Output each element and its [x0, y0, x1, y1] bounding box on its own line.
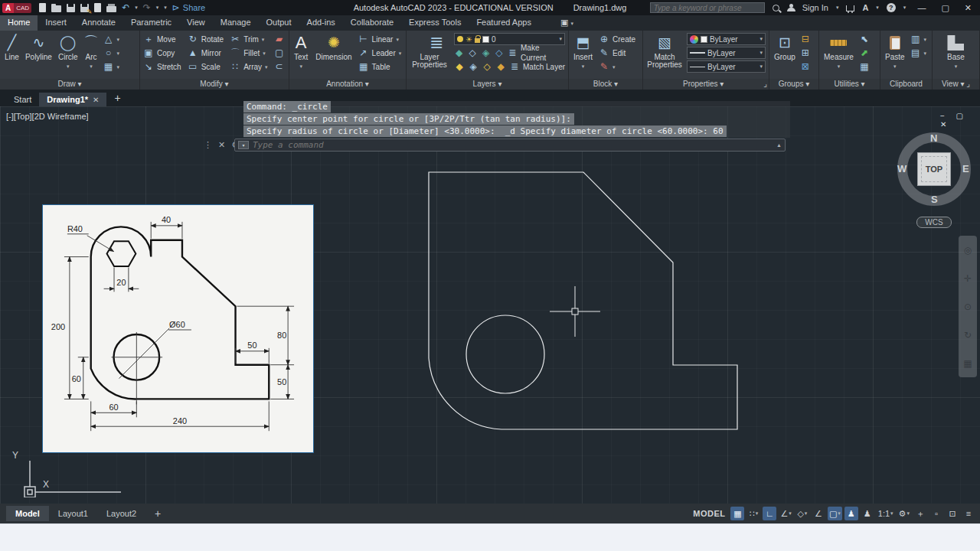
- restore-button[interactable]: ▢: [937, 3, 952, 13]
- edit-block-button[interactable]: ✎Edit: [599, 47, 635, 59]
- layers-panel-label[interactable]: Layers ▾: [407, 79, 568, 90]
- array-button[interactable]: ∷Array▾: [230, 60, 267, 73]
- annotation-visibility-icon[interactable]: ♟: [844, 507, 858, 520]
- fillet-button[interactable]: ⌒Fillet▾: [230, 47, 267, 59]
- block-attributes-button[interactable]: ✎▾: [599, 60, 635, 73]
- ortho-mode-icon[interactable]: ∟: [763, 507, 776, 520]
- linetype-select[interactable]: ByLayer▾: [687, 60, 766, 73]
- navigation-bar[interactable]: ◎ ✛ ⊙ ↻ ▦: [959, 236, 977, 377]
- command-input[interactable]: [253, 140, 773, 150]
- annotation-scale-button[interactable]: 1:1▾: [877, 507, 895, 520]
- make-current-row[interactable]: ◆ ◇ ◈ ◇ ≣ Make Current: [454, 47, 565, 59]
- showmotion-icon[interactable]: ▦: [963, 358, 972, 369]
- autodesk-a-icon[interactable]: A: [862, 3, 868, 12]
- text-button[interactable]: AText▾: [292, 33, 309, 71]
- tab-insert[interactable]: Insert: [38, 15, 74, 31]
- explode-button[interactable]: ▢: [274, 47, 285, 59]
- object-snap-tracking-icon[interactable]: ∠: [812, 507, 825, 520]
- quick-select-button[interactable]: ⬉: [859, 33, 870, 45]
- search-icon[interactable]: [773, 5, 779, 11]
- mirror-button[interactable]: ▲Mirror: [188, 47, 224, 59]
- print-icon[interactable]: [106, 6, 116, 12]
- pan-icon[interactable]: ✛: [964, 273, 972, 284]
- orbit-icon[interactable]: ↻: [964, 330, 972, 341]
- quick-calc-button[interactable]: ⬈: [859, 47, 870, 59]
- table-button[interactable]: ▦Table: [358, 60, 402, 73]
- tab-home[interactable]: Home: [0, 15, 38, 31]
- isolate-objects-icon[interactable]: ▫: [929, 507, 943, 520]
- panel-launcher-icon[interactable]: ⌟: [763, 79, 767, 89]
- match-properties-button[interactable]: ▧ Match Properties: [646, 33, 683, 70]
- help-search-input[interactable]: [650, 2, 765, 13]
- groups-panel-label[interactable]: Groups ▾: [769, 79, 818, 90]
- viewcube-west[interactable]: W: [897, 163, 906, 174]
- draw-panel-label[interactable]: Draw ▾: [0, 79, 139, 90]
- tab-parametric[interactable]: Parametric: [123, 15, 179, 31]
- command-grip-icon[interactable]: ⋮: [204, 140, 212, 150]
- modify-panel-label[interactable]: Modify ▾: [140, 79, 289, 90]
- polygon-button[interactable]: △▾: [103, 33, 120, 45]
- viewcube-south[interactable]: S: [931, 194, 938, 205]
- redo-icon[interactable]: ↷: [143, 3, 151, 12]
- help-dropdown[interactable]: ▾: [903, 5, 906, 11]
- app-store-cart-icon[interactable]: [846, 5, 854, 11]
- create-block-button[interactable]: ⊕Create: [599, 33, 635, 45]
- offset-button[interactable]: ⊂: [274, 60, 285, 73]
- layer-properties-button[interactable]: Layer Properties: [410, 33, 449, 70]
- tab-express-tools[interactable]: Express Tools: [401, 15, 469, 31]
- ellipse-button[interactable]: ○▾: [103, 47, 120, 59]
- autodesk-dropdown[interactable]: ▾: [876, 5, 879, 11]
- dimension-button[interactable]: ✺Dimension: [314, 33, 353, 62]
- help-icon[interactable]: ?: [887, 3, 896, 12]
- sign-in-dropdown[interactable]: ▾: [836, 5, 839, 11]
- new-file-icon[interactable]: [39, 3, 46, 12]
- tab-manage[interactable]: Manage: [213, 15, 259, 31]
- minimize-button[interactable]: —: [913, 3, 929, 12]
- copy-clip-button[interactable]: ▤▾: [910, 47, 927, 59]
- linear-button[interactable]: ⊢Linear▾: [358, 33, 402, 45]
- command-close-icon[interactable]: ✕: [218, 140, 225, 150]
- ungroup-button[interactable]: ⊟: [800, 33, 811, 45]
- match-layer-row[interactable]: ◆ ◈ ◇ ◆ ≣ Match Layer: [454, 60, 565, 73]
- erase-button[interactable]: ▰: [274, 33, 285, 45]
- redo-dropdown[interactable]: ▾: [156, 5, 159, 11]
- sign-in-button[interactable]: Sign In: [802, 3, 828, 12]
- model-tab[interactable]: Model: [6, 506, 49, 521]
- paste-button[interactable]: Paste▾: [884, 33, 906, 71]
- trim-button[interactable]: ✂Trim▾: [230, 33, 267, 45]
- drawing1-tab[interactable]: Drawing1* ✕: [39, 93, 106, 106]
- copy-button[interactable]: ▣Copy: [143, 47, 181, 59]
- start-tab[interactable]: Start: [6, 93, 39, 106]
- line-button[interactable]: ╱Line: [3, 33, 21, 62]
- wcs-badge[interactable]: WCS: [916, 217, 952, 228]
- plot-icon[interactable]: [94, 3, 101, 12]
- tab-output[interactable]: Output: [259, 15, 299, 31]
- app-menu-button[interactable]: A CAD: [2, 3, 31, 13]
- lineweight-select[interactable]: ByLayer▾: [687, 47, 766, 59]
- grid-display-icon[interactable]: ▦: [730, 507, 744, 520]
- ribbon-display-toggle[interactable]: ▣ ▾: [553, 15, 581, 31]
- customization-menu-icon[interactable]: ≡: [962, 507, 975, 520]
- tab-collaborate[interactable]: Collaborate: [343, 15, 401, 31]
- group-select-button[interactable]: ⊠: [800, 60, 811, 73]
- new-layout-button[interactable]: +: [145, 504, 170, 523]
- object-color-select[interactable]: ByLayer▾: [687, 33, 766, 45]
- viewcube-north[interactable]: N: [930, 132, 937, 144]
- group-button[interactable]: ⊡Group: [773, 33, 797, 62]
- leader-button[interactable]: ↗Leader▾: [358, 47, 402, 59]
- close-tab-icon[interactable]: ✕: [93, 96, 99, 104]
- command-prompt-icon[interactable]: ▾: [238, 141, 249, 149]
- tab-add-ins[interactable]: Add-ins: [299, 15, 343, 31]
- annotation-panel-label[interactable]: Annotation ▾: [289, 79, 406, 90]
- properties-panel-label[interactable]: Properties ▾ ⌟: [643, 79, 769, 90]
- undo-icon[interactable]: ↶: [122, 3, 129, 12]
- isometric-drafting-icon[interactable]: ◇▾: [795, 507, 809, 520]
- close-button[interactable]: ✕: [961, 3, 975, 13]
- circle-button[interactable]: ◯Circle▾: [57, 33, 80, 71]
- zoom-icon[interactable]: ⊙: [964, 302, 972, 312]
- view-panel-label[interactable]: View ▾ ⌟: [933, 79, 979, 90]
- measure-button[interactable]: Measure▾: [822, 33, 855, 71]
- rotate-button[interactable]: ↻Rotate: [188, 33, 224, 45]
- stretch-button[interactable]: ↘Stretch: [143, 60, 181, 73]
- clean-screen-icon[interactable]: ⊡: [946, 507, 959, 520]
